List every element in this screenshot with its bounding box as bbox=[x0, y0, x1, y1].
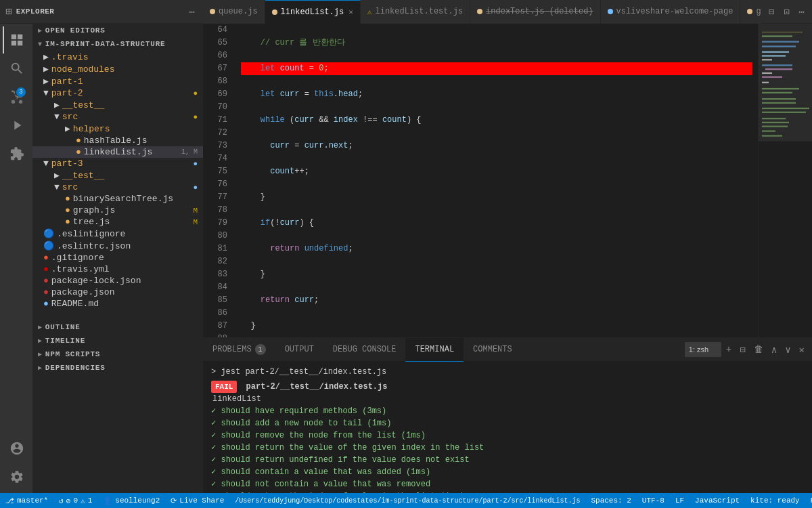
line-ending-status[interactable]: LF bbox=[670, 493, 690, 508]
file-path-status[interactable]: /Users/teddyjung/Desktop/codestates/im-s… bbox=[229, 493, 585, 508]
search-activity-icon[interactable] bbox=[3, 55, 30, 82]
spaces-label: Spaces: 2 bbox=[591, 496, 631, 505]
sidebar-item-hashtable[interactable]: ● hashTable.js bbox=[32, 135, 203, 146]
sidebar-item-package-lock[interactable]: ● package-lock.json bbox=[32, 275, 203, 287]
new-file-icon[interactable]: ⋯ bbox=[187, 5, 198, 19]
sidebar-item-src1[interactable]: ▼ src ● bbox=[32, 111, 203, 123]
panel-tab-comments[interactable]: COMMENTS bbox=[464, 338, 522, 362]
editor-area: 64 65 66 67 68 69 70 71 72 73 74 75 76 7… bbox=[203, 24, 812, 493]
sidebar-item-bst[interactable]: ● binarySearchTree.js bbox=[32, 193, 203, 205]
sidebar-item-part2[interactable]: ▼ part-2 ● bbox=[32, 87, 203, 99]
dependencies-chevron: ▶ bbox=[38, 364, 43, 372]
sidebar-item-part1[interactable]: ▶ part-1 bbox=[32, 75, 203, 87]
add-terminal-icon[interactable]: + bbox=[723, 342, 735, 357]
src-warning-badge: ● bbox=[193, 113, 203, 121]
sidebar-item-src2[interactable]: ▼ src ● bbox=[32, 182, 203, 193]
panel-tab-terminal[interactable]: TERMINAL bbox=[405, 338, 464, 362]
branch-name: master* bbox=[17, 496, 48, 505]
sidebar-item-eslintrc[interactable]: 🔵 .eslintrc.json bbox=[32, 240, 203, 252]
dependencies-section[interactable]: ▶ DEPENDENCIES bbox=[32, 361, 203, 375]
panel-tab-debug-console[interactable]: DEBUG CONSOLE bbox=[323, 338, 406, 362]
sync-icon: ↺ bbox=[59, 496, 64, 505]
js-file-icon: ● bbox=[76, 147, 81, 157]
encoding-status[interactable]: UTF-8 bbox=[637, 493, 670, 508]
tab-indextest-deleted[interactable]: indexTest.js (deleted) bbox=[470, 0, 600, 24]
status-right: /Users/teddyjung/Desktop/codestates/im-s… bbox=[229, 493, 812, 508]
split-terminal-icon[interactable]: ⊟ bbox=[736, 342, 748, 358]
npm-label: NPM SCRIPTS bbox=[45, 350, 100, 358]
line-ending-label: LF bbox=[675, 496, 684, 505]
outline-section[interactable]: ▶ OUTLINE bbox=[32, 320, 203, 334]
layout-icon[interactable]: ⊡ bbox=[780, 4, 792, 20]
extensions-activity-icon[interactable] bbox=[3, 140, 30, 167]
language-status[interactable]: JavaScript bbox=[690, 493, 745, 508]
terminal-test-line: ✓ should add a new node to tail (1ms) bbox=[211, 417, 804, 429]
prettier-status[interactable]: Prettier bbox=[805, 493, 812, 508]
sidebar-item-linkedlist[interactable]: ● linkedList.js 1, M bbox=[32, 146, 203, 158]
account-activity-icon[interactable] bbox=[3, 435, 30, 462]
sidebar-item-gitignore[interactable]: ● .gitignore bbox=[32, 252, 203, 263]
user-status[interactable]: 👤 seolleung2 bbox=[97, 493, 165, 508]
code-editor[interactable]: 64 65 66 67 68 69 70 71 72 73 74 75 76 7… bbox=[203, 24, 812, 337]
js-file-icon: ● bbox=[65, 217, 70, 227]
tab-linkedlist-test[interactable]: ⚠ linkedList.test.js bbox=[361, 0, 470, 24]
tab-liveshare[interactable]: vsliveshare-welcome-page bbox=[601, 0, 741, 24]
sidebar-item-test2[interactable]: ▶ __test__ bbox=[32, 169, 203, 182]
sidebar-item-eslintignore[interactable]: 🔵 .eslintignore bbox=[32, 228, 203, 240]
tab-queue[interactable]: queue.js bbox=[203, 0, 265, 24]
tab-graph[interactable]: graph.js bbox=[740, 0, 761, 24]
terminal-content[interactable]: > jest part-2/__test__/index.test.js FAI… bbox=[203, 362, 812, 493]
terminal-shell-selector[interactable]: 1: zsh bbox=[685, 342, 721, 357]
sync-status[interactable]: ↺ ⊘ 0 ⚠ 1 bbox=[53, 493, 97, 508]
close-panel-icon[interactable]: ✕ bbox=[796, 342, 808, 358]
tab-warning-icon: ⚠ bbox=[367, 7, 372, 16]
tab-linkedlist[interactable]: linkedList.js ✕ bbox=[265, 0, 361, 24]
sidebar-item-tree[interactable]: ● tree.js M bbox=[32, 216, 203, 228]
split-editor-icon[interactable]: ⊟ bbox=[765, 4, 777, 20]
top-right-actions: ⊟ ⊡ ⋯ bbox=[761, 4, 812, 20]
file-path: /Users/teddyjung/Desktop/codestates/im-s… bbox=[235, 497, 580, 505]
prompt-symbol: > jest part-2/__test__/index.test.js bbox=[211, 367, 386, 377]
sidebar-item-travis-yml[interactable]: ● .travis.yml bbox=[32, 263, 203, 275]
liveshare-status[interactable]: ⟳ Live Share bbox=[165, 493, 229, 508]
sidebar-item-travis[interactable]: ▶ .travis bbox=[32, 51, 203, 63]
settings-activity-icon[interactable] bbox=[3, 463, 30, 490]
open-editors-section[interactable]: ▶ OPEN EDITORS bbox=[32, 24, 203, 37]
folder-icon-open: ▼ bbox=[54, 112, 60, 122]
tab-close-icon[interactable]: ✕ bbox=[348, 7, 353, 16]
sidebar-item-test1[interactable]: ▶ __test__ bbox=[32, 99, 203, 111]
formatter-status[interactable]: kite: ready bbox=[745, 493, 805, 508]
timeline-chevron: ▶ bbox=[38, 337, 43, 345]
folder-icon: ▶ bbox=[43, 51, 49, 62]
run-activity-icon[interactable] bbox=[3, 112, 30, 139]
timeline-section[interactable]: ▶ TIMELINE bbox=[32, 334, 203, 347]
sidebar-item-graph[interactable]: ● graph.js M bbox=[32, 205, 203, 216]
open-editors-chevron: ▶ bbox=[38, 26, 43, 35]
tree-badge: M bbox=[193, 218, 203, 226]
tab-dot-icon bbox=[210, 9, 215, 14]
sidebar-item-package[interactable]: ● package.json bbox=[32, 287, 203, 298]
branch-status[interactable]: ⎇ master* bbox=[0, 493, 53, 508]
kill-terminal-icon[interactable]: 🗑 bbox=[750, 342, 767, 357]
sidebar-item-helpers[interactable]: ▶ helpers bbox=[32, 123, 203, 135]
project-section[interactable]: ▼ IM-SPRINT-DATA-STRUCTURE bbox=[32, 37, 203, 51]
panel-down-icon[interactable]: ∨ bbox=[782, 342, 794, 358]
more-actions-icon[interactable]: ⋯ bbox=[796, 4, 808, 20]
top-bar: ⊞ EXPLORER ⋯ queue.js linkedList.js ✕ ⚠ … bbox=[0, 0, 812, 24]
sidebar-item-readme[interactable]: ● README.md bbox=[32, 298, 203, 310]
file-icon: 🔵 bbox=[43, 240, 54, 251]
sidebar-item-part3[interactable]: ▼ part-3 ● bbox=[32, 158, 203, 169]
panel-tab-problems[interactable]: PROBLEMS 1 bbox=[203, 338, 275, 362]
explorer-activity-icon[interactable] bbox=[3, 26, 30, 54]
panel-tab-output[interactable]: OUTPUT bbox=[275, 338, 323, 362]
spaces-status[interactable]: Spaces: 2 bbox=[585, 493, 636, 508]
source-control-badge: 3 bbox=[16, 87, 26, 97]
dependencies-label: DEPENDENCIES bbox=[45, 364, 106, 372]
panel-up-icon[interactable]: ∧ bbox=[768, 342, 780, 358]
sidebar-item-node-modules[interactable]: ▶ node_modules bbox=[32, 63, 203, 75]
code-content[interactable]: // curr 를 반환한다 let count = 0; let curr =… bbox=[235, 24, 758, 337]
npm-section[interactable]: ▶ NPM SCRIPTS bbox=[32, 347, 203, 361]
source-control-activity-icon[interactable]: 3 bbox=[3, 83, 30, 110]
terminal-test-line: ✓ should contain a value that was added … bbox=[211, 466, 804, 478]
shell-select[interactable]: 1: zsh bbox=[685, 342, 721, 357]
